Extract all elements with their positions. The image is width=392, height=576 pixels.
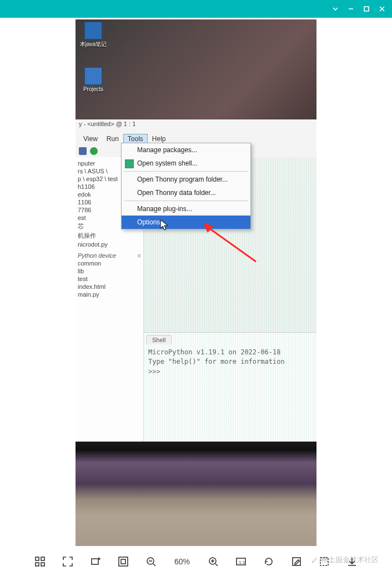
zoom-in-button[interactable]: [205, 554, 221, 569]
svg-line-18: [215, 564, 218, 566]
maximize-button[interactable]: [359, 1, 374, 17]
fullscreen-button[interactable]: [60, 554, 76, 569]
minimize-button[interactable]: [343, 1, 359, 17]
zoom-out-button[interactable]: [143, 554, 159, 569]
svg-rect-10: [41, 563, 44, 566]
menu-view[interactable]: View: [79, 134, 102, 144]
tree-item[interactable]: 机操作: [77, 231, 142, 241]
shell-tab[interactable]: Shell: [146, 335, 172, 344]
viewer-toolbar: 60% 1:1 稀土掘金技术社区: [0, 547, 392, 576]
viewer-titlebar: [0, 0, 392, 18]
terminal-icon: [125, 159, 134, 168]
shell-pane: Shell MicroPython v1.19.1 on 2022-06-18 …: [144, 332, 316, 444]
fit-screen-button[interactable]: [115, 554, 131, 569]
actual-size-button[interactable]: 1:1: [233, 554, 249, 569]
close-button[interactable]: [374, 1, 390, 17]
menu-separator: [124, 201, 248, 201]
watermark: 稀土掘金技术社区: [311, 555, 379, 565]
watermark-text: 稀土掘金技术社区: [321, 555, 379, 565]
desktop-shortcut-projects[interactable]: Projects: [78, 67, 109, 92]
menu-options[interactable]: Options...: [122, 216, 250, 229]
menu-separator: [124, 171, 248, 172]
svg-line-15: [153, 564, 155, 566]
folder-icon: [84, 67, 102, 85]
menu-open-system-shell[interactable]: Open system shell...: [122, 157, 250, 170]
desktop-shortcut-label: Projects: [78, 86, 109, 92]
desktop-shortcut-java-notes[interactable]: 本java笔记: [78, 22, 109, 48]
svg-rect-1: [364, 7, 369, 11]
tree-item[interactable]: nicrodot.py: [77, 241, 142, 248]
svg-rect-13: [121, 559, 125, 564]
zoom-level-label: 60%: [171, 557, 193, 566]
pencil-icon: [311, 556, 319, 564]
titlebar-dropdown-button[interactable]: [328, 1, 343, 17]
thonny-window: y - <untitled> @ 1 : 1 View Run Tools He…: [76, 119, 316, 442]
svg-rect-12: [119, 557, 128, 566]
menu-manage-packages[interactable]: Manage packages...: [122, 143, 250, 157]
desktop-shortcut-label: 本java笔记: [78, 41, 109, 48]
desktop-wallpaper: 本java笔记 Projects: [76, 19, 316, 119]
rotate-image-button[interactable]: [88, 554, 103, 569]
menu-open-data-folder[interactable]: Open Thonny data folder...: [122, 186, 250, 199]
tree-item[interactable]: index.html: [77, 283, 142, 290]
shell-prompt: >>>: [148, 367, 312, 377]
grid-view-button[interactable]: [32, 554, 48, 569]
svg-rect-7: [36, 557, 39, 560]
shell-line: Type "help()" for more information: [148, 357, 312, 367]
tools-dropdown: Manage packages... Open system shell... …: [121, 143, 251, 229]
photo-background: [76, 442, 316, 546]
svg-rect-9: [36, 563, 39, 566]
shell-line: MicroPython v1.19.1 on 2022-06-18: [148, 348, 312, 357]
inner-screenshot: 本java笔记 Projects y - <untitled> @ 1 : 1 …: [76, 19, 316, 546]
svg-rect-11: [92, 559, 98, 564]
tree-item[interactable]: lib: [77, 267, 142, 275]
svg-rect-8: [41, 557, 44, 560]
menu-manage-plugins[interactable]: Manage plug-ins...: [122, 202, 250, 216]
folder-icon: [84, 22, 102, 39]
edit-button[interactable]: [289, 554, 304, 569]
tree-item[interactable]: main.py: [77, 290, 142, 298]
menu-run[interactable]: Run: [102, 134, 123, 144]
rotate-button[interactable]: [261, 554, 277, 569]
toolbar-run-icon[interactable]: [90, 147, 98, 155]
menu-label: Open system shell...: [137, 159, 198, 167]
tree-item[interactable]: test: [77, 275, 142, 283]
viewer-canvas: 本java笔记 Projects y - <untitled> @ 1 : 1 …: [0, 18, 392, 547]
menu-open-program-folder[interactable]: Open Thonny program folder...: [122, 173, 250, 186]
shell-output[interactable]: MicroPython v1.19.1 on 2022-06-18 Type "…: [144, 344, 316, 380]
thonny-title: y - <untitled> @ 1 : 1: [76, 119, 316, 133]
tree-section-device: Python device≡: [77, 252, 142, 259]
svg-text:1:1: 1:1: [239, 560, 245, 565]
tree-item[interactable]: common: [77, 259, 142, 267]
toolbar-new-icon[interactable]: [79, 147, 87, 155]
